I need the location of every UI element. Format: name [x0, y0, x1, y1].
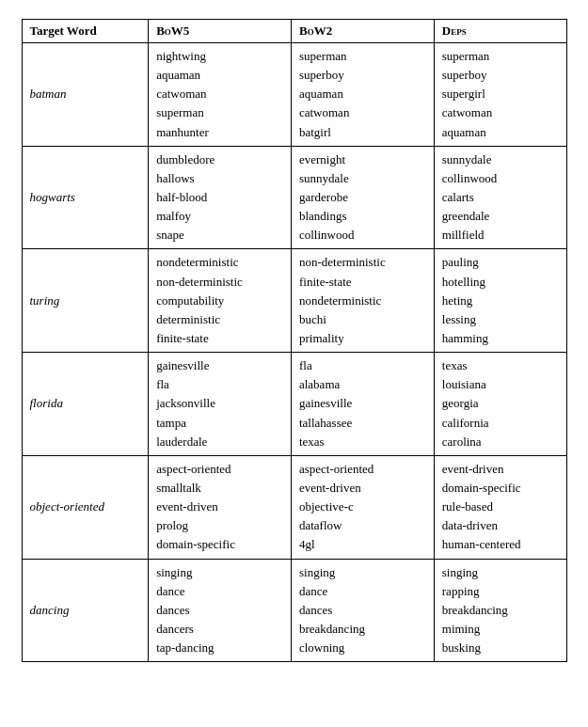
word-item: nondeterministic [299, 292, 426, 310]
word-item: manhunter [156, 123, 283, 142]
results-table: Target Word BoW5 BoW2 Deps batmannightwi… [22, 19, 567, 662]
word-item: aspect-oriented [156, 460, 283, 479]
table-row: floridagainesvilleflajacksonvilletampala… [22, 353, 566, 456]
word-item: singing [299, 563, 426, 582]
word-item: breakdancing [442, 601, 559, 620]
word-item: singing [442, 563, 559, 582]
word-item: primality [299, 329, 426, 348]
table-row: hogwartsdumbledorehallowshalf-bloodmalfo… [22, 146, 566, 249]
word-item: superman [299, 47, 426, 66]
word-item: georgia [442, 394, 559, 413]
word-item: tampa [156, 414, 283, 433]
deps-cell-5: singingrappingbreakdancingmimingbusking [434, 559, 566, 662]
table-row: dancingsingingdancedancesdancerstap-danc… [22, 559, 566, 662]
bow2-cell-3: flaalabamagainesvilletallahasseetexas [291, 353, 434, 456]
word-item: aspect-oriented [299, 460, 426, 479]
word-item: jacksonville [156, 394, 283, 413]
header-deps: Deps [434, 20, 566, 43]
word-item: event-driven [156, 498, 283, 516]
word-item: smalltalk [156, 479, 283, 498]
word-item: greendale [442, 207, 559, 226]
word-item: tallahassee [299, 414, 426, 433]
target-word-1: hogwarts [22, 146, 149, 249]
word-item: tap-dancing [156, 639, 283, 657]
word-item: domain-specific [156, 535, 283, 554]
word-item: miming [442, 620, 559, 639]
main-table-container: Target Word BoW5 BoW2 Deps batmannightwi… [22, 19, 567, 662]
word-item: blandings [299, 207, 426, 226]
bow5-cell-0: nightwingaquamancatwomansupermanmanhunte… [149, 43, 292, 147]
word-item: hotelling [442, 273, 559, 292]
target-word-0: batman [22, 43, 149, 147]
table-row: object-orientedaspect-orientedsmalltalke… [22, 455, 566, 559]
word-item: aquaman [156, 66, 283, 85]
word-item: domain-specific [442, 479, 559, 498]
word-item: fla [156, 375, 283, 394]
word-item: fla [299, 356, 426, 375]
word-item: event-driven [299, 479, 426, 498]
word-item: catwoman [156, 85, 283, 103]
word-item: snape [156, 226, 283, 245]
deps-cell-0: supermansuperboysupergirlcatwomanaquaman [434, 43, 566, 147]
bow5-cell-1: dumbledorehallowshalf-bloodmalfoysnape [149, 146, 292, 249]
target-word-5: dancing [22, 559, 149, 662]
word-item: gainesville [299, 394, 426, 413]
word-item: collinwood [299, 226, 426, 245]
word-item: dance [299, 582, 426, 601]
word-item: louisiana [442, 375, 559, 394]
deps-cell-4: event-drivendomain-specificrule-baseddat… [434, 455, 566, 559]
word-item: lessing [442, 310, 559, 329]
header-bow5: BoW5 [149, 20, 292, 43]
word-item: finite-state [156, 329, 283, 348]
word-item: human-centered [442, 535, 559, 554]
word-item: california [442, 414, 559, 433]
word-item: non-deterministic [299, 253, 426, 272]
word-item: supergirl [442, 85, 559, 103]
bow2-cell-1: evernightsunnydalegarderobeblandingscoll… [291, 146, 434, 249]
bow2-cell-0: supermansuperboyaquamancatwomanbatgirl [291, 43, 434, 147]
word-item: hallows [156, 169, 283, 188]
word-item: buchi [299, 310, 426, 329]
word-item: non-deterministic [156, 273, 283, 292]
word-item: garderobe [299, 188, 426, 207]
table-row: batmannightwingaquamancatwomansupermanma… [22, 43, 566, 147]
word-item: computability [156, 292, 283, 310]
word-item: texas [442, 356, 559, 375]
word-item: breakdancing [299, 620, 426, 639]
word-item: sunnydale [442, 150, 559, 169]
deps-cell-3: texaslouisianageorgiacaliforniacarolina [434, 353, 566, 456]
word-item: nondeterministic [156, 253, 283, 272]
bow5-cell-2: nondeterministicnon-deterministiccomputa… [149, 249, 292, 353]
word-item: alabama [299, 375, 426, 394]
word-item: dumbledore [156, 150, 283, 169]
word-item: superboy [299, 66, 426, 85]
target-word-4: object-oriented [22, 455, 149, 559]
word-item: aquaman [442, 123, 559, 142]
word-item: texas [299, 433, 426, 451]
word-item: dances [299, 601, 426, 620]
word-item: nightwing [156, 47, 283, 66]
target-word-2: turing [22, 249, 149, 353]
table-row: turingnondeterministicnon-deterministicc… [22, 249, 566, 353]
word-item: calarts [442, 188, 559, 207]
target-word-3: florida [22, 353, 149, 456]
deps-cell-1: sunnydalecollinwoodcalartsgreendalemillf… [434, 146, 566, 249]
word-item: 4gl [299, 535, 426, 554]
word-item: busking [442, 639, 559, 657]
word-item: evernight [299, 150, 426, 169]
word-item: aquaman [299, 85, 426, 103]
word-item: prolog [156, 516, 283, 535]
word-item: dataflow [299, 516, 426, 535]
bow2-cell-5: singingdancedancesbreakdancingclowning [291, 559, 434, 662]
header-target-word: Target Word [22, 20, 149, 43]
word-item: objective-c [299, 498, 426, 516]
word-item: rule-based [442, 498, 559, 516]
word-item: lauderdale [156, 433, 283, 451]
word-item: millfield [442, 226, 559, 245]
deps-cell-2: paulinghotellinghetinglessinghamming [434, 249, 566, 353]
word-item: gainesville [156, 356, 283, 375]
bow5-cell-3: gainesvilleflajacksonvilletampalauderdal… [149, 353, 292, 456]
word-item: batgirl [299, 123, 426, 142]
bow2-cell-4: aspect-orientedevent-drivenobjective-cda… [291, 455, 434, 559]
word-item: dancers [156, 620, 283, 639]
